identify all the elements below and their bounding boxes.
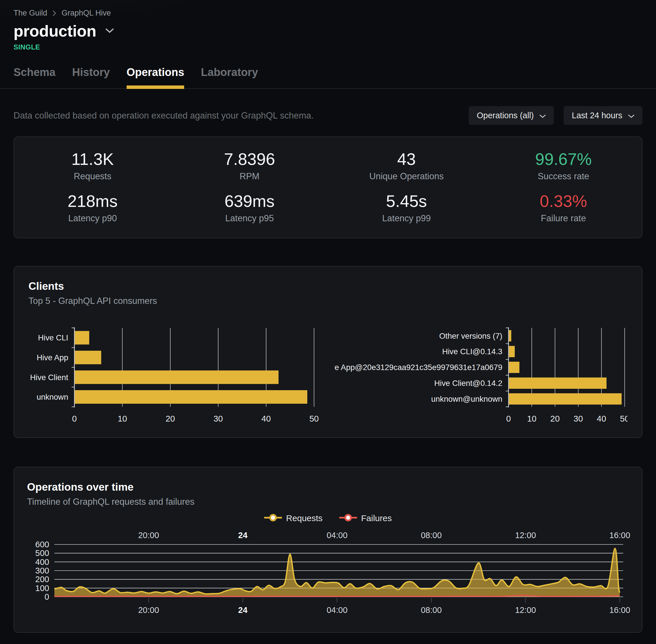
bar-hive-cli-0-14-3 [509,346,515,357]
tab-operations[interactable]: Operations [126,66,184,88]
x-tick-label: 0 [72,414,77,423]
x-tick-label: 24 [238,605,248,615]
time-range-label: Last 24 hours [572,111,622,120]
category-label: Hive Client@0.14.2 [434,379,502,388]
stat-unique-operations: 43Unique Operations [328,150,485,181]
stat-label: Success rate [485,171,642,181]
breadcrumb-item-graphql-hive[interactable]: GraphQL Hive [62,9,111,18]
tab-laboratory[interactable]: Laboratory [201,66,258,88]
stat-value: 5.45s [328,192,485,210]
requests-series-marker-icon [264,514,282,523]
x-tick-label: 10 [118,414,127,423]
x-tick-label: 16:00 [609,605,630,615]
project-selector-button[interactable] [103,26,116,36]
page-title: production [14,22,96,40]
x-tick-label: 0 [506,414,511,423]
chevron-right-icon [52,10,56,16]
time-range-dropdown[interactable]: Last 24 hours [564,106,642,125]
category-label: Other versions (7) [439,331,502,340]
stat-failure-rate: 0.33%Failure rate [485,192,642,223]
category-label: Hive CLI@0.14.3 [442,347,502,356]
bar-other-versions-7 [509,330,511,341]
operations-filter-dropdown[interactable]: Operations (all) [469,106,554,125]
category-label: unknown [37,392,68,401]
bar-hive-client-0-14-2 [509,377,607,389]
x-tick-label: 20 [165,414,175,423]
y-tick-label: 400 [36,557,49,567]
stat-label: Latency p90 [14,213,171,223]
bar-hive-cli [75,331,89,344]
stat-latency-p90: 218msLatency p90 [14,192,171,223]
bar-hive-app [75,351,101,364]
y-tick-label: 500 [36,549,49,558]
stat-value: 99.67% [485,150,642,168]
legend-item-failures[interactable]: Failures [339,513,392,523]
x-tick-label: 50 [309,414,319,423]
page-header: The GuildGraphQL Hive production SINGLE [0,0,656,51]
stat-value: 0.33% [485,192,642,210]
legend-item-requests[interactable]: Requests [264,513,323,523]
x-tick-label: 20:00 [138,605,159,615]
x-tick-label: 40 [597,414,606,423]
category-label: unknown@unknown [431,394,502,404]
x-tick-label: 40 [261,414,271,423]
failures-series-marker-icon [339,514,357,523]
timeline-legend: Requests Failures [27,513,629,523]
category-label: Hive CLI [38,333,68,342]
chevron-down-icon [105,28,114,34]
clients-card: Clients Top 5 - GraphQL API consumers Hi… [14,266,642,438]
clients-card-title: Clients [28,280,628,292]
stats-summary-card: 11.3KRequests7.8396RPM43Unique Operation… [14,136,642,238]
requests-area [54,549,620,597]
y-tick-label: 200 [36,575,49,584]
clients-by-name-chart[interactable]: Hive CLIHive AppHive Clientunknown010203… [28,325,334,426]
stat-label: RPM [171,171,328,181]
bar-hive-client [75,370,279,384]
clients-card-subtitle: Top 5 - GraphQL API consumers [28,296,628,306]
chevron-down-icon [628,111,634,120]
x-tick-label: 08:00 [421,605,442,615]
stat-label: Requests [14,171,171,181]
stat-label: Failure rate [485,213,642,223]
stat-latency-p95: 639msLatency p95 [171,192,328,223]
x-tick-label: 10 [527,414,537,423]
x-tick-label: 30 [213,414,223,423]
x-tick-label: 20 [550,414,560,423]
bar-hive-app-20e3129caa921c35e9979631e17a0679 [509,362,519,373]
stat-value: 639ms [171,192,328,210]
stat-requests: 11.3KRequests [14,150,171,181]
stat-value: 43 [328,150,485,168]
tab-schema[interactable]: Schema [14,66,55,88]
operations-over-time-chart[interactable]: 010020030040050060020:0020:00242404:0004… [27,528,630,627]
stat-rpm: 7.8396RPM [171,150,328,181]
y-tick-label: 600 [36,540,49,549]
stat-label: Latency p95 [171,213,328,223]
stat-label: Latency p99 [328,213,485,223]
tab-bar: SchemaHistoryOperationsLaboratory [0,66,656,89]
y-tick-label: 300 [36,566,49,575]
y-tick-label: 0 [45,592,49,601]
x-tick-label: 08:00 [421,531,442,540]
category-label: Hive Client [30,373,69,382]
bar-unknown [75,390,307,404]
stat-label: Unique Operations [328,171,485,181]
timeline-card-subtitle: Timeline of GraphQL requests and failure… [27,497,629,507]
stat-latency-p99: 5.45sLatency p99 [328,192,485,223]
x-tick-label: 20:00 [138,531,159,540]
category-label: Hive App@20e3129caa921c35e9979631e17a067… [334,363,502,372]
legend-label: Requests [286,513,323,523]
stat-value: 7.8396 [171,150,328,168]
chevron-down-icon [539,111,546,120]
timeline-card-title: Operations over time [27,481,629,493]
clients-by-version-chart[interactable]: Other versions (7)Hive CLI@0.14.3Hive Ap… [334,325,628,426]
tab-history[interactable]: History [72,66,110,88]
operations-over-time-card: Operations over time Timeline of GraphQL… [14,467,642,633]
collection-description: Data collected based on operation execut… [14,111,313,121]
x-tick-label: 04:00 [327,605,348,615]
y-tick-label: 100 [36,583,49,593]
breadcrumb: The GuildGraphQL Hive [14,9,642,18]
breadcrumb-item-the-guild[interactable]: The Guild [14,9,47,18]
x-tick-label: 50 [620,414,628,423]
target-mode-badge: SINGLE [14,43,642,51]
stat-value: 218ms [14,192,171,210]
